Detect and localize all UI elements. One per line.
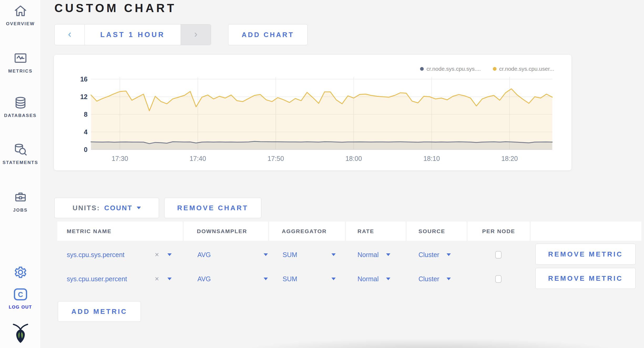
sidebar: OVERVIEW METRICS DATABASES STATEMENTS JO…	[0, 0, 41, 348]
downsampler-dropdown[interactable]: AVG	[197, 269, 268, 289]
legend-label: cr.node.sys.cpu.user...	[499, 66, 554, 72]
sidebar-item-label: METRICS	[8, 69, 33, 74]
metric-name-value: sys.cpu.user.percent	[67, 275, 127, 283]
units-dropdown[interactable]: UNITS: COUNT	[54, 198, 159, 218]
chevron-down-icon	[264, 278, 268, 280]
svg-text:17:30: 17:30	[112, 155, 128, 162]
logout-button[interactable]: C LOG OUT	[0, 287, 41, 310]
svg-text:17:40: 17:40	[190, 155, 206, 162]
sidebar-item-jobs[interactable]: JOBS	[0, 190, 41, 213]
statements-icon	[13, 142, 28, 157]
metrics-icon	[13, 51, 28, 66]
sidebar-item-overview[interactable]: OVERVIEW	[0, 4, 41, 27]
legend-dot-sys	[420, 67, 424, 71]
aggregator-dropdown[interactable]: SUM	[283, 244, 336, 265]
column-header-source: SOURCE	[407, 222, 467, 241]
svg-text:8: 8	[84, 111, 88, 118]
downsampler-dropdown[interactable]: AVG	[197, 244, 268, 265]
sidebar-item-metrics[interactable]: METRICS	[0, 51, 41, 74]
time-range-selector: LAST 1 HOUR	[54, 24, 211, 45]
chevron-down-icon	[137, 207, 141, 209]
sidebar-item-databases[interactable]: DATABASES	[0, 95, 41, 118]
source-dropdown[interactable]: Cluster	[418, 269, 451, 289]
metric-name-value: sys.cpu.sys.percent	[67, 251, 125, 259]
svg-text:12: 12	[80, 93, 88, 100]
column-header-aggregator: AGGREGATOR	[269, 222, 345, 241]
sidebar-item-label: JOBS	[13, 208, 28, 213]
rate-dropdown[interactable]: Normal	[357, 244, 390, 265]
add-chart-button[interactable]: ADD CHART	[228, 24, 308, 45]
chevron-down-icon[interactable]	[167, 269, 172, 289]
remove-metric-button[interactable]: REMOVE METRIC	[535, 244, 636, 265]
column-header-per-node: PER NODE	[468, 222, 530, 241]
rate-value: Normal	[357, 275, 379, 283]
metric-name-dropdown[interactable]: sys.cpu.user.percent	[67, 269, 127, 289]
database-icon	[13, 95, 28, 110]
svg-text:18:10: 18:10	[423, 155, 440, 162]
chart-plot[interactable]: 161284017:3017:4017:5018:0018:1018:20	[54, 55, 572, 171]
chevron-down-icon	[447, 278, 451, 280]
remove-metric-button[interactable]: REMOVE METRIC	[535, 268, 636, 289]
per-node-checkbox[interactable]	[495, 251, 502, 259]
cockroach-bug-logo	[0, 323, 41, 345]
chevron-down-icon	[264, 253, 268, 256]
rate-value: Normal	[357, 251, 379, 259]
chevron-down-icon	[386, 253, 390, 256]
source-dropdown[interactable]: Cluster	[418, 244, 451, 265]
chart-legend: cr.node.sys.cpu.sys.... cr.node.sys.cpu.…	[420, 66, 554, 72]
chevron-down-icon	[331, 253, 336, 256]
legend-item: cr.node.sys.cpu.sys....	[420, 66, 481, 72]
time-range-dropdown[interactable]: LAST 1 HOUR	[85, 24, 181, 45]
chevron-down-icon	[447, 253, 451, 256]
rate-dropdown[interactable]: Normal	[357, 269, 390, 289]
column-header-metric-name: METRIC NAME	[57, 222, 183, 241]
page-title: CUSTOM CHART	[54, 2, 176, 15]
aggregator-value: SUM	[283, 275, 297, 283]
source-value: Cluster	[418, 251, 439, 259]
clear-metric-icon[interactable]: ×	[155, 269, 159, 289]
logout-label: LOG OUT	[9, 305, 32, 310]
svg-text:4: 4	[84, 128, 88, 136]
svg-text:0: 0	[84, 146, 88, 153]
time-range-prev-button[interactable]	[55, 24, 85, 45]
units-label: UNITS:	[73, 204, 100, 212]
sidebar-item-label: DATABASES	[4, 113, 37, 118]
legend-item: cr.node.sys.cpu.user...	[493, 66, 554, 72]
svg-text:18:00: 18:00	[345, 155, 362, 162]
cockroach-c-logo-icon: C	[13, 287, 28, 302]
add-metric-button[interactable]: ADD METRIC	[58, 301, 141, 322]
legend-label: cr.node.sys.cpu.sys....	[426, 66, 481, 72]
home-icon	[13, 4, 28, 18]
column-header-rate: RATE	[346, 222, 406, 241]
units-value: COUNT	[104, 204, 132, 212]
per-node-checkbox[interactable]	[495, 275, 502, 283]
remove-chart-button[interactable]: REMOVE CHART	[164, 198, 261, 218]
svg-text:16: 16	[80, 75, 88, 83]
chart-card: 161284017:3017:4017:5018:0018:1018:20 cr…	[54, 54, 572, 171]
clear-metric-icon[interactable]: ×	[155, 244, 159, 265]
downsampler-value: AVG	[197, 275, 211, 283]
time-range-next-button[interactable]	[181, 24, 211, 45]
legend-dot-user	[493, 67, 497, 71]
chevron-right-icon	[192, 31, 199, 38]
sidebar-item-label: OVERVIEW	[6, 21, 35, 27]
column-header-actions	[531, 222, 641, 241]
metrics-chart-svg: 161284017:3017:4017:5018:0018:1018:20	[54, 55, 572, 171]
svg-text:18:20: 18:20	[501, 155, 518, 162]
chevron-down-icon	[386, 278, 390, 280]
settings-button[interactable]	[0, 265, 41, 280]
chevron-left-icon	[66, 31, 73, 38]
svg-text:C: C	[18, 291, 23, 299]
downsampler-value: AVG	[197, 251, 211, 259]
column-header-downsampler: DOWNSAMPLER	[184, 222, 268, 241]
briefcase-icon	[13, 190, 28, 205]
gear-icon	[13, 265, 28, 280]
chevron-down-icon	[331, 278, 336, 280]
sidebar-item-statements[interactable]: STATEMENTS	[0, 142, 41, 165]
svg-text:17:50: 17:50	[268, 155, 284, 162]
bottom-scroll-shadow	[167, 338, 644, 348]
metric-name-dropdown[interactable]: sys.cpu.sys.percent	[67, 244, 125, 265]
chevron-down-icon[interactable]	[167, 244, 172, 265]
aggregator-dropdown[interactable]: SUM	[283, 269, 336, 289]
sidebar-item-label: STATEMENTS	[3, 160, 38, 165]
